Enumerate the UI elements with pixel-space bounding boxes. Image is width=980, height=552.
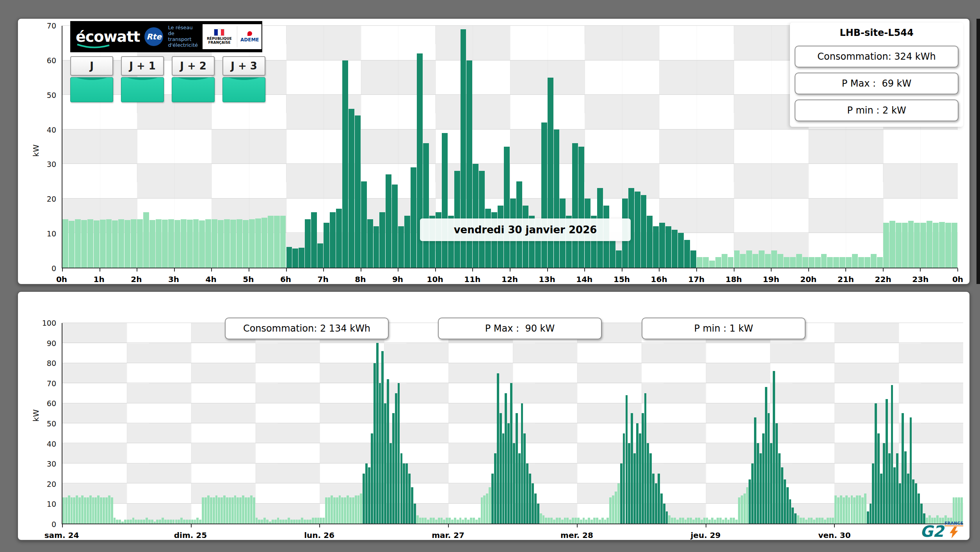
bar — [832, 518, 834, 524]
bar — [548, 518, 550, 524]
bar — [644, 393, 647, 524]
bar — [609, 497, 612, 524]
bar — [572, 518, 574, 524]
forecast-button-j2[interactable]: J + 2 — [172, 56, 215, 76]
bar — [406, 463, 408, 524]
bar — [773, 371, 775, 524]
bar — [914, 223, 920, 268]
bar — [125, 220, 130, 268]
bar — [534, 493, 537, 524]
bar — [330, 212, 336, 268]
bar — [808, 518, 810, 524]
bar — [261, 218, 267, 268]
bar — [791, 508, 794, 524]
bar — [365, 463, 368, 524]
bar — [181, 219, 187, 268]
bar — [851, 495, 853, 524]
ademe-flame-icon — [247, 31, 252, 36]
bar — [877, 433, 880, 524]
x-tick-label: 14h — [576, 275, 592, 284]
bar — [846, 257, 852, 268]
bar — [920, 504, 923, 524]
bar — [845, 495, 848, 524]
bar — [599, 520, 601, 524]
bar — [442, 133, 448, 268]
x-tick-label: 7h — [318, 275, 329, 284]
bar — [682, 518, 684, 524]
site-title: LHB-site-L544 — [790, 24, 963, 41]
bar — [371, 433, 373, 524]
bar — [596, 518, 598, 524]
scrollbar[interactable] — [976, 19, 980, 284]
bar — [462, 520, 464, 524]
bar — [904, 451, 907, 524]
bar — [392, 185, 398, 268]
forecast-button-j3[interactable]: J + 3 — [222, 56, 265, 76]
bar — [282, 520, 285, 524]
bar — [920, 223, 926, 268]
bar — [852, 254, 858, 268]
bar — [339, 495, 341, 524]
bar — [728, 257, 734, 268]
bar — [392, 413, 395, 524]
bar — [805, 520, 807, 524]
bar — [196, 518, 199, 524]
bar — [87, 219, 93, 268]
bar — [684, 240, 690, 268]
forecast-day-j2: J + 2 — [172, 56, 215, 102]
bar — [537, 504, 539, 524]
x-tick-label: 19h — [763, 275, 779, 284]
bar — [502, 433, 505, 524]
republique-francaise-logo: RÉPUBLIQUE FRANÇAISE ADEME — [203, 24, 261, 49]
bar — [199, 220, 205, 268]
bar — [116, 520, 118, 524]
y-axis-daily: 010203040506070 — [29, 26, 59, 268]
bar — [435, 520, 438, 524]
bar — [491, 474, 494, 524]
bar — [734, 250, 740, 268]
bar — [261, 520, 263, 524]
bar — [243, 220, 249, 268]
x-tick-label: ven. 30 — [818, 531, 850, 540]
y-tick-label: 40 — [47, 440, 56, 448]
bar — [416, 515, 419, 524]
tick-mark — [883, 268, 884, 272]
forecast-button-j[interactable]: J — [70, 56, 113, 76]
bar — [481, 497, 483, 524]
bar — [333, 497, 336, 524]
bar — [280, 216, 286, 268]
bar — [871, 254, 877, 268]
bar — [336, 209, 342, 268]
bar — [224, 219, 230, 268]
gridline — [62, 363, 963, 363]
bar — [706, 518, 708, 524]
forecast-button-j1[interactable]: J + 1 — [121, 56, 164, 76]
bar — [266, 520, 269, 524]
weekly-consumption-chart — [62, 323, 963, 524]
bar — [347, 495, 349, 524]
bar — [757, 443, 759, 524]
bar — [357, 495, 360, 524]
bar — [778, 453, 781, 524]
bar — [331, 495, 333, 524]
bar — [953, 497, 955, 524]
bar — [821, 518, 823, 524]
tick-mark — [771, 268, 772, 272]
bar — [545, 518, 547, 524]
bar — [258, 520, 260, 524]
bar — [422, 518, 424, 524]
tick-mark — [361, 268, 361, 272]
bar — [486, 493, 488, 524]
bar — [325, 497, 327, 524]
bar — [564, 518, 566, 524]
x-tick-label: 21h — [838, 275, 854, 284]
bar — [189, 520, 191, 524]
bar — [272, 520, 274, 524]
bar — [320, 518, 322, 524]
forecast-day-j3: J + 3 — [222, 56, 265, 102]
bar — [833, 257, 839, 268]
x-tick-label: 16h — [651, 275, 667, 284]
bar — [765, 387, 767, 524]
tick-mark — [808, 268, 809, 272]
bar — [290, 520, 293, 524]
